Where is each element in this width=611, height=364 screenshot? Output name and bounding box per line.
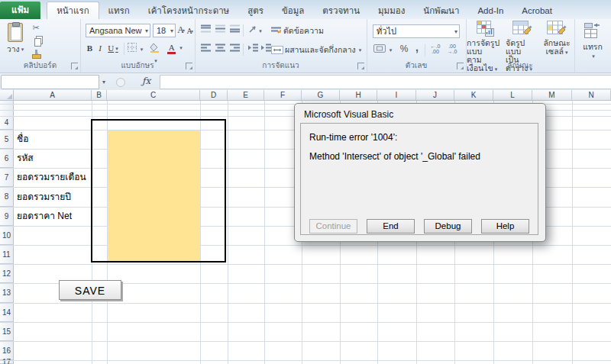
wrap-text-button[interactable]: ตัดข้อความ	[271, 24, 324, 37]
align-right-button[interactable]	[228, 43, 241, 55]
align-bottom-icon	[230, 24, 240, 33]
decrease-decimal-button[interactable]: .00→.0	[445, 43, 460, 55]
italic-button[interactable]: I	[95, 43, 105, 54]
group-label-clipboard: คลิปบอร์ด	[0, 60, 80, 71]
bold-button[interactable]: B	[85, 43, 95, 54]
align-top-button[interactable]	[199, 24, 212, 36]
merge-center-button[interactable]: ผสานและจัดกึ่งกลาง	[271, 43, 361, 56]
tab-insert[interactable]: แทรก	[99, 2, 139, 19]
column-header-A[interactable]: A	[14, 90, 92, 100]
tab-page-layout[interactable]: เค้าโครงหน้ากระดาษ	[139, 2, 238, 19]
merge-center-icon	[271, 46, 283, 54]
fill-color-icon	[150, 43, 160, 53]
column-header-D[interactable]: D	[200, 90, 228, 100]
cell-styles-button[interactable]: ลักษณะ เซลล์	[541, 21, 573, 56]
insert-function-icon[interactable]: ƒx	[142, 76, 150, 86]
tab-formulas[interactable]: สูตร	[238, 2, 273, 19]
decrease-indent-button[interactable]	[246, 43, 260, 55]
tab-developer[interactable]: นักพัฒนา	[414, 2, 468, 19]
clipboard-dialog-launcher-icon[interactable]	[71, 63, 78, 69]
column-header-K[interactable]: K	[454, 90, 493, 100]
column-header-B[interactable]: B	[92, 90, 107, 100]
column-header-C[interactable]: C	[107, 90, 200, 100]
paste-icon	[8, 22, 23, 41]
column-header-E[interactable]: E	[228, 90, 264, 100]
tab-view[interactable]: มุมมอง	[369, 2, 414, 19]
column-header-M[interactable]: M	[532, 90, 572, 100]
paste-button[interactable]: วาง	[4, 22, 27, 56]
column-header-I[interactable]: I	[377, 90, 416, 100]
dialog-button-help[interactable]: Help	[481, 219, 529, 234]
tab-review[interactable]: ตรวจทาน	[313, 2, 369, 19]
insert-cells-button[interactable]: แทรก	[577, 23, 608, 59]
number-dialog-launcher-icon[interactable]	[457, 63, 464, 69]
ribbon-group-alignment: ตัดข้อความ ผสานและจัดกึ่งกลาง การจัดแนว	[195, 19, 367, 72]
format-as-table-icon	[512, 21, 532, 37]
insert-cells-caret	[590, 53, 595, 59]
column-headers: ABCDEFGHIJKLMN	[14, 90, 611, 101]
align-middle-button[interactable]	[213, 24, 227, 36]
tab-file[interactable]: แฟ้ม	[0, 2, 40, 19]
font-size-combo[interactable]: 18▾	[153, 24, 176, 37]
accounting-format-button[interactable]	[373, 44, 393, 56]
conditional-formatting-icon	[475, 21, 495, 37]
ribbon-tab-bar: แฟ้มหน้าแรกแทรกเค้าโครงหน้ากระดาษสูตรข้อ…	[0, 0, 611, 20]
cell-A6[interactable]: รหัส	[17, 149, 34, 168]
align-right-icon	[230, 43, 240, 52]
formula-input[interactable]	[160, 75, 611, 89]
column-header-F[interactable]: F	[264, 90, 302, 100]
name-box-dropdown-icon[interactable]: ▾	[99, 75, 109, 89]
font-dialog-launcher-icon[interactable]	[186, 63, 192, 69]
wrap-text-icon	[271, 27, 282, 35]
borders-button[interactable]	[127, 43, 144, 54]
ribbon-group-styles: การจัดรูปแบบ ตามเงื่อนไข จัดรูปแบบ เป็นต…	[466, 19, 575, 72]
align-left-button[interactable]	[199, 43, 212, 55]
format-as-table-label-1: จัดรูปแบบ	[506, 39, 539, 56]
underline-button[interactable]: U	[105, 43, 121, 54]
dialog-button-debug[interactable]: Debug	[424, 219, 472, 234]
increase-decimal-button[interactable]: ←.0.00	[428, 43, 443, 55]
align-left-icon	[201, 43, 211, 52]
alignment-dialog-launcher-icon[interactable]	[357, 63, 364, 69]
dialog-title: Microsoft Visual Basic	[304, 109, 393, 120]
column-header-L[interactable]: L	[493, 90, 532, 100]
cell-A5[interactable]: ชื่อ	[17, 130, 28, 149]
align-bottom-button[interactable]	[228, 24, 241, 36]
column-header-G[interactable]: G	[302, 90, 340, 100]
number-format-combo[interactable]: ทั่วไป▾	[373, 24, 460, 38]
name-box[interactable]	[1, 75, 99, 89]
font-name-combo[interactable]: Angsana New▾	[86, 24, 150, 37]
select-all-corner[interactable]	[0, 90, 14, 101]
font-size-value: 18	[157, 26, 166, 35]
dialog-button-end[interactable]: End	[367, 219, 415, 234]
cut-button[interactable]: ✂	[29, 22, 43, 34]
font-color-button[interactable]: A	[166, 42, 183, 53]
dialog-message-panel: Run-time error '1004': Method 'Intersect…	[300, 123, 538, 235]
grow-font-button[interactable]: A▲	[176, 24, 185, 36]
borders-icon	[128, 43, 137, 52]
copy-button[interactable]	[29, 36, 43, 47]
align-center-icon	[215, 43, 225, 52]
comma-style-button[interactable]: ,	[410, 42, 424, 53]
tab-home[interactable]: หน้าแรก	[47, 2, 99, 19]
orientation-button[interactable]	[246, 24, 264, 36]
error-description-text: Method 'Intersect' of object '_Global' f…	[309, 151, 480, 162]
column-header-N[interactable]: N	[572, 90, 611, 100]
cell-A8[interactable]: ยอดรวมรายปี	[17, 187, 71, 207]
column-header-H[interactable]: H	[340, 90, 377, 100]
percent-style-button[interactable]: %	[397, 43, 411, 55]
tab-add-in[interactable]: Add-In	[468, 2, 512, 19]
shrink-font-button[interactable]: A▼	[186, 26, 193, 37]
excel-window: แฟ้มหน้าแรกแทรกเค้าโครงหน้ากระดาษสูตรข้อ…	[0, 0, 611, 364]
copy-icon	[31, 36, 41, 46]
fill-color-button[interactable]	[147, 43, 163, 54]
tab-acrobat[interactable]: Acrobat	[512, 2, 561, 19]
cell-A9[interactable]: ยอดราคา Net	[17, 207, 72, 226]
align-center-button[interactable]	[213, 43, 227, 55]
decrease-decimal-icon: .00→.0	[448, 43, 457, 54]
tab-data[interactable]: ข้อมูล	[273, 2, 313, 19]
cell-A7[interactable]: ยอดรวมรายเดือน	[17, 168, 86, 187]
group-label-styles: ลักษณะ	[466, 60, 574, 71]
save-button[interactable]: SAVE	[59, 280, 121, 300]
column-header-J[interactable]: J	[416, 90, 454, 100]
